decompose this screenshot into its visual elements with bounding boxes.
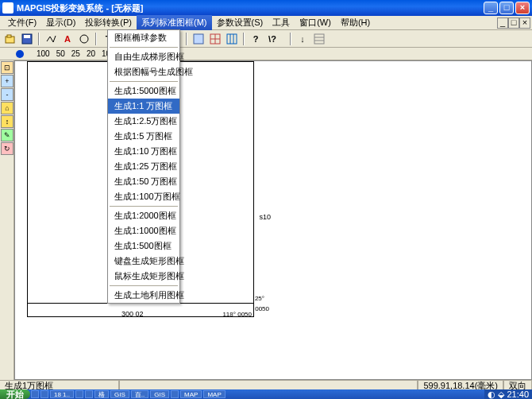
task-item[interactable]: GIS [110, 390, 129, 398]
tool-brush-icon[interactable]: ✎ [1, 129, 13, 141]
dd-scale-2-5w[interactable]: 生成1:2.5万图框 [108, 114, 179, 129]
open-icon[interactable] [3, 32, 17, 46]
mdi-close-button[interactable]: × [519, 17, 530, 29]
task-item[interactable]: MAP [180, 390, 202, 398]
task-item[interactable] [75, 390, 83, 398]
dd-ellipse-params[interactable]: 图框椭球参数 [108, 30, 179, 45]
context-help-icon[interactable]: \? [265, 32, 279, 46]
grid2-icon[interactable] [208, 32, 222, 46]
ruler-val[interactable]: 25 [71, 49, 80, 58]
dd-mouse-rect[interactable]: 鼠标生成矩形图框 [108, 269, 179, 284]
maximize-button[interactable]: □ [499, 2, 514, 14]
status-spacer [119, 381, 418, 390]
menu-separator [110, 81, 178, 82]
fit-icon[interactable]: ⊡ [1, 61, 13, 74]
circle-icon[interactable] [77, 32, 91, 46]
task-item[interactable]: 格 [94, 390, 109, 398]
polyline-icon[interactable] [44, 32, 58, 46]
svg-rect-7 [194, 34, 203, 44]
svg-rect-3 [24, 35, 30, 38]
dd-scale-1000[interactable]: 生成1:1000图框 [108, 223, 179, 238]
dd-by-sheetnum[interactable]: 根据图幅号生成图框 [108, 64, 179, 79]
system-tray[interactable]: ◐ ⬙ 21:40 [484, 389, 532, 399]
zoom-in-icon[interactable]: + [1, 75, 13, 87]
task-item[interactable] [31, 390, 39, 398]
menu-series[interactable]: 系列标准图框(M) [137, 15, 212, 30]
svg-rect-1 [7, 35, 11, 37]
pan-icon[interactable]: ↕ [1, 115, 13, 128]
tray-icon[interactable]: ⬙ [498, 389, 504, 400]
menu-file[interactable]: 文件(F) [3, 15, 41, 30]
menu-window[interactable]: 窗口(W) [295, 15, 336, 30]
menubar: 文件(F) 显示(D) 投影转换(P) 系列标准图框(M) 参数设置(S) 工具… [0, 16, 532, 30]
dd-landuse-frame[interactable]: 生成土地利用图框 [108, 288, 179, 303]
grid1-icon[interactable] [191, 32, 206, 46]
map-canvas[interactable]: s10 25° 0050 300 02 118° 0050 [14, 60, 532, 380]
task-item[interactable]: 百.. [131, 390, 148, 398]
window-title: MAPGIS投影变换系统 - [无标题] [17, 2, 484, 14]
statusbar: 生成1万图框 599.91,18.14(毫米) 双向 [0, 380, 532, 389]
task-item[interactable]: 18 1.. [50, 390, 74, 398]
workarea: ⊡ + - ⌂ ↕ ✎ ↻ s10 25° 0050 300 02 118° 0… [0, 60, 532, 380]
tray-icon[interactable]: ◐ [488, 389, 495, 400]
ruler-val[interactable]: 100 [37, 49, 50, 58]
mdi-restore-button[interactable]: □ [508, 17, 519, 29]
grid4-icon[interactable] [312, 32, 326, 46]
menu-projection[interactable]: 投影转换(P) [80, 15, 137, 30]
menu-help[interactable]: 帮助(H) [336, 15, 375, 30]
dd-scale-500[interactable]: 生成1:500图框 [108, 238, 179, 254]
tool-refresh-icon[interactable]: ↻ [1, 142, 13, 155]
menu-separator [110, 285, 178, 286]
separator [38, 33, 40, 45]
task-item[interactable]: MAP [203, 390, 225, 398]
separator [243, 33, 245, 45]
arrow-down-icon[interactable]: ↓ [295, 32, 310, 46]
minimize-button[interactable]: _ [484, 2, 498, 14]
help-icon[interactable]: ? [249, 32, 263, 46]
separator [290, 33, 291, 45]
task-item[interactable] [171, 390, 179, 398]
frame-label: 118° 0050 [222, 311, 252, 318]
task-item[interactable] [40, 390, 48, 398]
dd-scale-10w[interactable]: 生成1:10 万图框 [108, 144, 179, 159]
svg-rect-14 [314, 34, 324, 44]
menu-display[interactable]: 显示(D) [41, 15, 80, 30]
dd-scale-2000[interactable]: 生成1:2000图框 [108, 208, 179, 223]
ruler-val[interactable]: 50 [56, 49, 65, 58]
zoom-out-icon[interactable]: - [1, 88, 13, 101]
dd-scale-25w[interactable]: 生成1:25 万图框 [108, 159, 179, 174]
dd-free-trapezoid[interactable]: 自由生成梯形图框 [108, 49, 179, 64]
menu-separator [110, 47, 178, 48]
frame-label: 25° [255, 295, 264, 302]
task-item[interactable] [85, 390, 93, 398]
menu-tools[interactable]: 工具 [268, 15, 295, 30]
dd-scale-100w[interactable]: 生成1:100万图框 [108, 189, 179, 204]
grid3-icon[interactable] [225, 32, 239, 46]
window-buttons: _ □ × [484, 2, 530, 14]
mdi-minimize-button[interactable]: _ [497, 17, 508, 29]
scale-ruler: 100 50 25 20 10 5万 [0, 48, 532, 60]
frame-label: 300 02 [121, 310, 144, 318]
text-icon[interactable]: A [60, 32, 75, 46]
close-button[interactable]: × [515, 2, 530, 14]
left-toolbox: ⊡ + - ⌂ ↕ ✎ ↻ [0, 60, 14, 380]
task-item[interactable]: GIS [150, 390, 169, 398]
toolbar: A T ← → ↕ ? \? ↓ [0, 30, 532, 48]
dd-scale-1w[interactable]: 生成1:1 万图框 [108, 99, 179, 114]
ruler-val[interactable]: 20 [87, 49, 95, 58]
separator [186, 33, 187, 45]
app-icon [2, 2, 13, 14]
tray-clock: 21:40 [507, 389, 529, 399]
titlebar: MAPGIS投影变换系统 - [无标题] _ □ × [0, 0, 532, 16]
save-icon[interactable] [20, 32, 34, 46]
dd-scale-5000[interactable]: 生成1:5000图框 [108, 83, 179, 99]
home-icon[interactable]: ⌂ [1, 102, 13, 114]
dd-scale-5w[interactable]: 生成1:5 万图框 [108, 129, 179, 144]
menu-params[interactable]: 参数设置(S) [212, 15, 268, 30]
dd-keyboard-rect[interactable]: 键盘生成矩形图框 [108, 254, 179, 269]
dd-scale-50w[interactable]: 生成1:50 万图框 [108, 174, 179, 189]
mdi-buttons: _ □ × [497, 17, 530, 29]
start-button[interactable]: 开始 [0, 389, 30, 399]
separator [95, 33, 97, 45]
ruler-dot-icon [16, 50, 24, 58]
